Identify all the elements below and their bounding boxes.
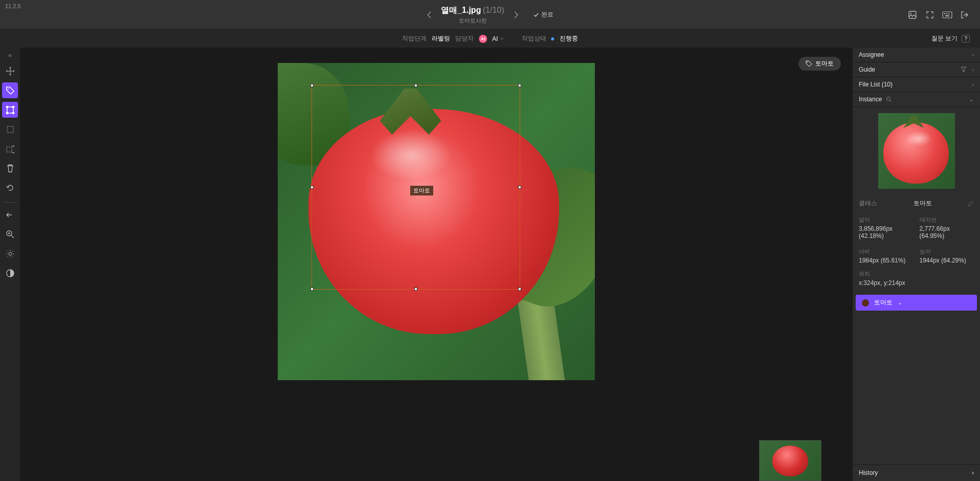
chevron-right-icon: ›	[972, 469, 974, 476]
assignee-section[interactable]: Assignee ›	[853, 48, 980, 62]
bbox-handle-tl[interactable]	[310, 84, 314, 87]
instance-preview-image	[878, 113, 955, 189]
svg-rect-4	[946, 13, 947, 14]
bbox-handle-mr[interactable]	[518, 186, 521, 189]
ai-dropdown[interactable]: AI	[492, 35, 504, 42]
file-title: 열매_1.jpg	[441, 6, 481, 14]
edit-icon[interactable]	[968, 201, 974, 207]
svg-rect-3	[944, 13, 945, 14]
delete-tool[interactable]	[2, 160, 18, 176]
class-label: 클래스	[859, 199, 877, 208]
file-counter: (1/10)	[483, 6, 504, 14]
guide-section[interactable]: Guide ›	[853, 62, 980, 77]
diagonal-label: 대각선	[920, 216, 974, 224]
bbox-handle-tr[interactable]	[518, 84, 521, 87]
chevron-down-icon	[500, 37, 504, 40]
complete-button[interactable]: 완료	[533, 10, 553, 19]
chevron-down-icon: ⌄	[969, 96, 974, 103]
tag-tool[interactable]	[2, 82, 18, 98]
history-section[interactable]: History ›	[853, 464, 980, 481]
class-value: 토마토	[914, 199, 932, 208]
gallery-icon[interactable]	[907, 10, 918, 20]
position-label: 위치	[859, 270, 974, 278]
tag-icon	[806, 60, 812, 67]
canvas-image[interactable]: 토마토	[278, 63, 595, 380]
complete-label: 완료	[541, 10, 553, 19]
fullscreen-icon[interactable]	[925, 10, 935, 20]
filter-icon[interactable]	[961, 67, 967, 73]
version-text: 11.2.5	[5, 3, 21, 9]
height-value: 1944px (64.29%)	[920, 257, 974, 264]
svg-rect-9	[6, 106, 8, 108]
width-value: 1984px (65.61%)	[859, 257, 914, 264]
exit-icon[interactable]	[960, 10, 970, 20]
ai-badge: AI	[479, 35, 487, 43]
chevron-right-icon: ›	[972, 81, 974, 88]
stage-label: 작업단계	[402, 34, 427, 43]
area-label: 넓이	[859, 216, 914, 224]
instance-color-dot	[862, 299, 869, 307]
keyboard-icon[interactable]	[942, 10, 952, 20]
svg-rect-12	[12, 112, 14, 114]
svg-rect-10	[12, 106, 14, 108]
svg-rect-5	[948, 13, 949, 14]
status-label: 작업상태	[522, 34, 546, 43]
instance-section[interactable]: Instance ⌄	[853, 92, 980, 107]
status-dot-icon	[551, 37, 554, 40]
width-label: 너비	[859, 248, 914, 255]
diagonal-value: 2,777.66px (64.95%)	[920, 225, 974, 239]
crop-tool[interactable]	[2, 121, 18, 137]
contrast-tool[interactable]	[2, 265, 18, 281]
undo-button[interactable]	[2, 207, 18, 223]
bbox-tool[interactable]	[2, 102, 18, 118]
help-icon[interactable]: ?	[962, 35, 970, 42]
collapse-toolbar-button[interactable]: «	[8, 52, 12, 59]
filelist-section[interactable]: File List (10) ›	[853, 77, 980, 92]
svg-rect-6	[945, 15, 949, 16]
instance-item[interactable]: 토마토 ⌄	[856, 295, 977, 311]
undo-tool[interactable]	[2, 180, 18, 195]
svg-rect-13	[7, 126, 13, 133]
chevron-right-icon: ›	[972, 67, 974, 73]
brightness-tool[interactable]	[2, 246, 18, 261]
svg-rect-14	[7, 147, 12, 152]
bounding-box[interactable]: 토마토	[311, 85, 520, 290]
stage-value: 라벨링	[432, 34, 450, 43]
instance-section-label: Instance	[859, 96, 882, 103]
status-value: 진행중	[560, 34, 578, 43]
bbox-handle-ml[interactable]	[310, 186, 314, 189]
assignee-section-label: Assignee	[859, 51, 884, 58]
move-tool[interactable]	[2, 63, 18, 79]
history-section-label: History	[859, 469, 878, 476]
search-icon[interactable]	[886, 96, 892, 102]
thumbnail[interactable]	[759, 440, 821, 481]
question-link[interactable]: 질문 보기	[931, 34, 957, 43]
bbox-handle-tc[interactable]	[414, 84, 417, 87]
bbox-label: 토마토	[410, 186, 433, 195]
transform-tool[interactable]	[2, 141, 18, 157]
svg-point-19	[887, 97, 890, 101]
zoom-tool[interactable]	[2, 226, 18, 242]
svg-point-7	[8, 88, 9, 89]
tag-label: 토마토	[815, 59, 834, 68]
bbox-handle-bc[interactable]	[414, 288, 417, 291]
svg-point-18	[807, 62, 808, 63]
svg-point-16	[9, 252, 12, 255]
active-tag-chip[interactable]: 토마토	[798, 57, 841, 71]
filelist-section-label: File List (10)	[859, 81, 893, 88]
assignee-label: 담당자	[455, 34, 474, 43]
guide-section-label: Guide	[859, 66, 875, 73]
area-value: 3,856,896px (42.18%)	[859, 225, 914, 239]
instance-item-label: 토마토	[874, 298, 893, 307]
svg-point-1	[910, 12, 911, 13]
bbox-handle-br[interactable]	[518, 288, 521, 291]
prev-file-button[interactable]	[427, 11, 432, 19]
position-value: x:324px, y:214px	[859, 279, 974, 287]
bbox-handle-bl[interactable]	[310, 288, 314, 291]
svg-rect-2	[943, 12, 952, 18]
svg-rect-0	[909, 11, 916, 18]
chevron-right-icon: ›	[972, 52, 974, 58]
next-file-button[interactable]	[514, 11, 519, 19]
height-label: 높이	[920, 248, 974, 255]
chevron-down-icon: ⌄	[898, 300, 902, 305]
